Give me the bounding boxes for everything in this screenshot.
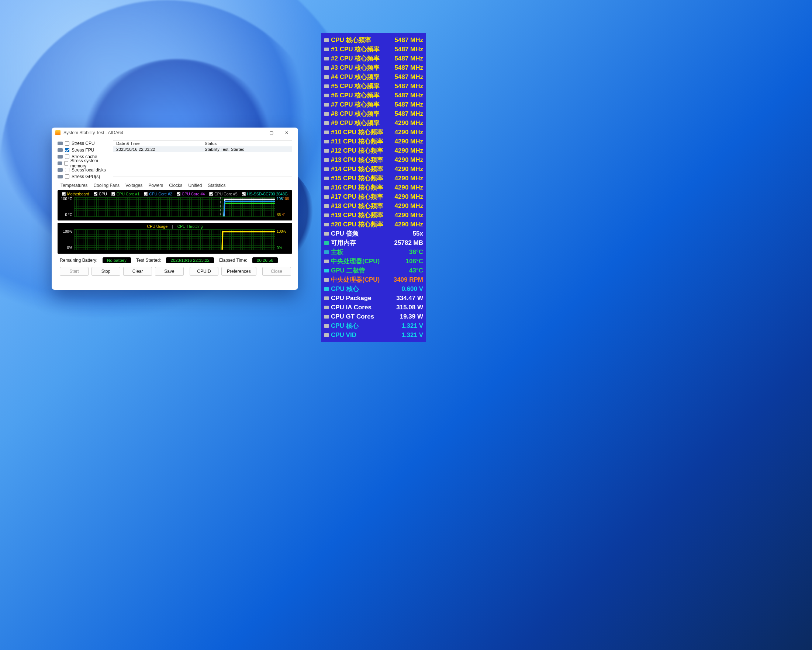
osd-row: #5 CPU 核心频率5487 MHz bbox=[324, 81, 423, 91]
sensor-icon bbox=[324, 177, 329, 180]
osd-row: CPU GT Cores19.39 W bbox=[324, 312, 423, 321]
start-button[interactable]: Start bbox=[60, 267, 89, 276]
legend-item[interactable]: CPU Core #5 bbox=[209, 192, 237, 196]
stress-label: Stress CPU bbox=[72, 141, 95, 146]
osd-row: #20 CPU 核心频率4290 MHz bbox=[324, 220, 423, 229]
legend-item[interactable]: CPU Core #4 bbox=[177, 192, 205, 196]
osd-label: #3 CPU 核心频率 bbox=[331, 63, 391, 72]
checkbox[interactable] bbox=[144, 192, 148, 196]
osd-value: 5487 MHz bbox=[395, 54, 423, 63]
tab-statistics[interactable]: Statistics bbox=[207, 182, 227, 189]
cpuid-button[interactable]: CPUID bbox=[189, 267, 218, 276]
sensor-icon bbox=[324, 167, 329, 171]
tab-voltages[interactable]: Voltages bbox=[124, 182, 144, 189]
osd-row: #6 CPU 核心频率5487 MHz bbox=[324, 91, 423, 100]
checkbox[interactable] bbox=[177, 192, 180, 196]
legend-item[interactable]: CPU bbox=[94, 192, 107, 196]
osd-row: #14 CPU 核心频率4290 MHz bbox=[324, 164, 423, 174]
clear-button[interactable]: Clear bbox=[123, 267, 152, 276]
tab-powers[interactable]: Powers bbox=[147, 182, 165, 189]
osd-label: CPU 倍频 bbox=[331, 229, 409, 238]
legend-item[interactable]: Motherboard bbox=[62, 192, 89, 196]
tab-cooling-fans[interactable]: Cooling Fans bbox=[92, 182, 121, 189]
minimize-button[interactable]: ─ bbox=[248, 128, 263, 137]
cpu-usage-plot: CPU Usage | CPU Throttling 100% 0% 100% bbox=[58, 223, 292, 254]
checkbox[interactable] bbox=[65, 141, 69, 146]
rval: 36 bbox=[277, 213, 281, 217]
legend-item[interactable]: CPU Core #1 bbox=[111, 192, 139, 196]
sensor-icon bbox=[324, 131, 329, 134]
stress-option[interactable]: Stress CPU bbox=[58, 140, 109, 147]
osd-row: GPU 二极管43°C bbox=[324, 266, 423, 275]
osd-value: 4290 MHz bbox=[395, 118, 423, 128]
tab-temperatures[interactable]: Temperatures bbox=[59, 182, 89, 189]
started-label: Test Started: bbox=[136, 258, 161, 263]
sensor-icon bbox=[324, 103, 329, 107]
osd-value: 4290 MHz bbox=[395, 192, 423, 201]
osd-label: #11 CPU 核心频率 bbox=[331, 137, 391, 146]
plot-grid: 22:33:22 bbox=[74, 197, 275, 217]
sensor-icon bbox=[324, 223, 329, 226]
sensor-icon bbox=[324, 47, 329, 51]
legend-usage: CPU Usage bbox=[147, 224, 168, 228]
checkbox[interactable] bbox=[64, 161, 68, 166]
osd-value: 5487 MHz bbox=[395, 109, 423, 118]
checkbox[interactable] bbox=[65, 174, 69, 179]
osd-label: #6 CPU 核心频率 bbox=[331, 91, 391, 100]
checkbox[interactable] bbox=[62, 192, 66, 196]
osd-row: CPU 核心频率5487 MHz bbox=[324, 35, 423, 45]
checkbox[interactable] bbox=[209, 192, 213, 196]
sensor-icon bbox=[324, 324, 329, 328]
event-log[interactable]: Date & Time Status 2023/10/16 22:33:22 S… bbox=[113, 140, 292, 177]
sensor-icon bbox=[324, 75, 329, 79]
sensor-icon bbox=[324, 140, 329, 143]
stress-option[interactable]: Stress FPU bbox=[58, 147, 109, 154]
sensor-icon bbox=[324, 57, 329, 61]
checkbox[interactable] bbox=[242, 192, 246, 196]
osd-label: GPU 核心 bbox=[331, 284, 398, 294]
tab-clocks[interactable]: Clocks bbox=[168, 182, 184, 189]
legend-sep: | bbox=[172, 224, 173, 228]
title-bar[interactable]: System Stability Test - AIDA64 ─ ▢ ✕ bbox=[52, 128, 298, 139]
temperature-legend: MotherboardCPUCPU Core #1CPU Core #2CPU … bbox=[61, 192, 289, 196]
save-button[interactable]: Save bbox=[155, 267, 184, 276]
legend-item[interactable]: CPU Core #2 bbox=[144, 192, 172, 196]
temperature-traces bbox=[74, 197, 275, 217]
button-bar: Start Stop Clear Save CPUID Preferences … bbox=[58, 265, 292, 276]
battery-label: Remaining Battery: bbox=[60, 258, 98, 263]
y-min-label: 0 °C bbox=[61, 213, 72, 217]
sensor-icon bbox=[324, 315, 329, 318]
osd-label: #18 CPU 核心频率 bbox=[331, 201, 391, 210]
osd-label: #14 CPU 核心频率 bbox=[331, 164, 391, 174]
sensor-icon bbox=[324, 94, 329, 97]
osd-label: #19 CPU 核心频率 bbox=[331, 210, 391, 220]
osd-value: 315.08 W bbox=[396, 303, 423, 312]
stress-option[interactable]: Stress GPU(s) bbox=[58, 173, 109, 180]
stress-label: Stress local disks bbox=[72, 167, 106, 172]
stress-option[interactable]: Stress system memory bbox=[58, 160, 109, 167]
preferences-button[interactable]: Preferences bbox=[221, 267, 256, 276]
osd-label: CPU GT Cores bbox=[331, 312, 396, 321]
tab-unified[interactable]: Unified bbox=[187, 182, 203, 189]
legend-label: CPU Core #2 bbox=[149, 192, 172, 196]
close-button[interactable]: ✕ bbox=[279, 128, 295, 137]
osd-value: 4290 MHz bbox=[395, 164, 423, 174]
checkbox[interactable] bbox=[94, 192, 98, 196]
checkbox[interactable] bbox=[111, 192, 115, 196]
rval: 0% bbox=[277, 246, 289, 250]
stop-button[interactable]: Stop bbox=[92, 267, 120, 276]
elapsed-value: 00:26:58 bbox=[252, 257, 278, 263]
checkbox[interactable] bbox=[65, 168, 69, 172]
checkbox[interactable] bbox=[65, 154, 69, 159]
sensor-icon bbox=[324, 84, 329, 88]
stress-option[interactable]: Stress local disks bbox=[58, 167, 109, 173]
osd-value: 0.600 V bbox=[401, 284, 423, 294]
osd-value: 43°C bbox=[409, 266, 423, 275]
maximize-button[interactable]: ▢ bbox=[263, 128, 279, 137]
y-max-label: 100 °C bbox=[61, 197, 72, 201]
legend-item[interactable]: HS-SSD-CC700 2048G bbox=[242, 192, 288, 196]
log-head-date: Date & Time bbox=[113, 140, 202, 146]
checkbox[interactable] bbox=[65, 148, 69, 152]
close-window-button[interactable]: Close bbox=[262, 267, 291, 276]
osd-row: #15 CPU 核心频率4290 MHz bbox=[324, 174, 423, 183]
